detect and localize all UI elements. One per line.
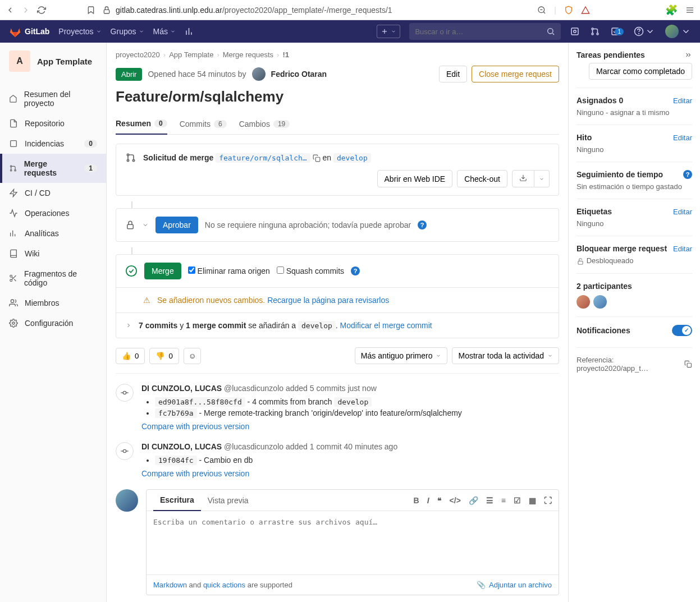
create-dropdown[interactable] <box>377 25 400 38</box>
compare-link[interactable]: Compare with previous version <box>141 422 249 431</box>
activity-icon[interactable] <box>185 26 195 36</box>
write-tab[interactable]: Escritura <box>153 490 201 511</box>
author-name[interactable]: Fedrico Otaran <box>271 70 327 79</box>
add-reaction-button[interactable]: ☺ <box>184 348 202 364</box>
filter-dropdown[interactable]: Mostrar toda la actividad <box>452 347 559 364</box>
search-box[interactable] <box>409 23 561 40</box>
bookmark-icon[interactable] <box>86 6 95 15</box>
ol-icon[interactable]: ≡ <box>501 496 506 505</box>
fullscreen-icon[interactable]: ⛶ <box>544 496 552 505</box>
expand-icon[interactable] <box>125 322 132 329</box>
breadcrumb-project[interactable]: proyecto2020 <box>116 50 160 59</box>
quick-actions-link[interactable]: quick actions <box>203 581 245 589</box>
breadcrumb-subproject[interactable]: App Template <box>169 50 213 59</box>
author-avatar[interactable] <box>252 67 266 81</box>
sidebar-repository[interactable]: Repositorio <box>0 113 106 134</box>
nav-more[interactable]: Más <box>153 27 176 36</box>
time-help-icon[interactable]: ? <box>683 170 692 179</box>
squash-help-icon[interactable]: ? <box>351 266 360 275</box>
modify-commit-link[interactable]: Modificar el merge commit <box>340 321 432 330</box>
close-mr-button[interactable]: Close merge request <box>472 66 559 82</box>
link-icon[interactable]: 🔗 <box>469 496 478 505</box>
bold-icon[interactable]: B <box>414 496 419 505</box>
edit-labels[interactable]: Editar <box>673 208 692 216</box>
url-bar[interactable]: gitlab.catedras.linti.unlp.edu.ar/proyec… <box>102 6 530 15</box>
attach-file[interactable]: 📎 Adjuntar un archivo <box>477 581 552 589</box>
sidebar-members[interactable]: Miembros <box>0 293 106 313</box>
tab-overview[interactable]: Resumen0 <box>116 113 167 135</box>
tab-changes[interactable]: Cambios19 <box>239 113 290 134</box>
edit-lock[interactable]: Editar <box>673 245 692 253</box>
zoom-icon[interactable] <box>537 6 546 15</box>
triangle-icon[interactable] <box>581 6 590 15</box>
notifications-toggle[interactable] <box>672 325 692 336</box>
project-name[interactable]: App Template <box>37 57 92 66</box>
copy-icon[interactable] <box>313 154 321 162</box>
reload-link[interactable]: Recargue la página para revisarlos <box>267 296 389 305</box>
user-menu[interactable] <box>665 25 691 38</box>
comment-textarea[interactable] <box>147 511 559 573</box>
forward-icon[interactable] <box>21 6 30 15</box>
breadcrumb-section[interactable]: Merge requests <box>223 50 273 59</box>
brave-shield-icon[interactable] <box>564 6 573 15</box>
download-dropdown[interactable] <box>534 170 550 187</box>
edit-button[interactable]: Edit <box>439 66 467 82</box>
assignees-value[interactable]: Ninguno - asignar a ti mismo <box>577 108 692 117</box>
sidebar-issues[interactable]: Incidencias0 <box>0 134 106 154</box>
commit-sha[interactable]: ed901a8f...58f80cfd <box>155 397 245 407</box>
table-icon[interactable]: ▦ <box>529 496 536 505</box>
nav-projects[interactable]: Proyectos <box>58 27 101 36</box>
current-user-avatar[interactable] <box>116 489 138 512</box>
participant-avatar[interactable] <box>593 295 607 309</box>
sidebar-overview[interactable]: Resumen del proyecto <box>0 84 106 113</box>
commit-sha[interactable]: fc7b769a <box>155 408 197 418</box>
search-input[interactable] <box>415 27 546 36</box>
commit-sha[interactable]: 19f084fc <box>155 456 197 465</box>
merge-requests-icon[interactable] <box>590 26 600 36</box>
ul-icon[interactable]: ☰ <box>486 496 493 505</box>
menu-icon[interactable] <box>685 6 694 15</box>
code-icon[interactable]: </> <box>450 496 461 505</box>
sidebar-cicd[interactable]: CI / CD <box>0 183 106 203</box>
source-branch[interactable]: feature/orm/sqlalch… <box>216 153 310 163</box>
edit-milestone[interactable]: Editar <box>673 134 692 142</box>
quote-icon[interactable]: ❝ <box>437 496 442 505</box>
thumbs-down-button[interactable]: 👎 0 <box>149 348 179 364</box>
delete-branch-checkbox[interactable]: Eliminar rama origen <box>188 266 270 275</box>
merge-button[interactable]: Merge <box>144 263 181 279</box>
gitlab-logo[interactable]: GitLab <box>9 25 49 38</box>
participant-avatar[interactable] <box>577 295 590 309</box>
open-ide-button[interactable]: Abrir en Web IDE <box>377 170 453 187</box>
help-icon[interactable]: ? <box>418 220 427 229</box>
sidebar-analytics[interactable]: Analíticas <box>0 223 106 243</box>
approve-button[interactable]: Aprobar <box>155 217 198 233</box>
download-button[interactable] <box>512 170 534 187</box>
copy-reference-icon[interactable] <box>684 360 692 368</box>
thumbs-up-button[interactable]: 👍 0 <box>116 348 145 364</box>
collapse-icon[interactable] <box>684 51 692 59</box>
markdown-link[interactable]: Markdown <box>153 581 187 589</box>
italic-icon[interactable]: I <box>427 496 429 505</box>
mark-done-button[interactable]: Marcar como completado <box>589 63 692 80</box>
edit-assignees[interactable]: Editar <box>673 96 692 105</box>
help-dropdown[interactable] <box>634 26 655 36</box>
sidebar-snippets[interactable]: Fragmentos de código <box>0 264 106 293</box>
sidebar-operations[interactable]: Operaciones <box>0 203 106 223</box>
nav-groups[interactable]: Grupos <box>111 27 144 36</box>
preview-tab[interactable]: Vista previa <box>201 490 255 511</box>
sidebar-settings[interactable]: Configuración <box>0 313 106 333</box>
task-icon[interactable]: ☑ <box>514 496 521 505</box>
sort-dropdown[interactable]: Más antiguo primero <box>355 347 448 364</box>
approval-expand-icon[interactable] <box>142 222 149 228</box>
issues-icon[interactable] <box>570 26 580 36</box>
compare-link[interactable]: Compare with previous version <box>141 469 249 478</box>
squash-checkbox[interactable]: Squash commits <box>277 266 344 275</box>
back-icon[interactable] <box>6 6 15 15</box>
sidebar-merge-requests[interactable]: Merge requests1 <box>0 154 106 183</box>
target-branch[interactable]: develop <box>333 153 371 163</box>
reload-icon[interactable] <box>37 6 46 15</box>
checkout-button[interactable]: Check-out <box>457 170 507 187</box>
tab-commits[interactable]: Commits6 <box>180 113 227 134</box>
sidebar-wiki[interactable]: Wiki <box>0 243 106 264</box>
extensions-icon[interactable]: 🧩 <box>665 4 678 16</box>
